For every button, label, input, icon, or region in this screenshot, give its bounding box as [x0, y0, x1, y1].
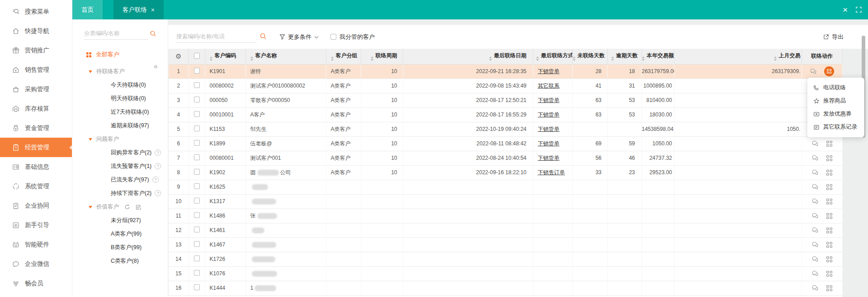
column-header-overdue-days[interactable]: 逾期天数: [607, 49, 642, 64]
table-row[interactable]: 13 K1467: [169, 237, 842, 252]
my-customers-toggle[interactable]: 我分管的客户: [330, 33, 375, 41]
sidebar-item[interactable]: 资金管理: [0, 118, 72, 138]
more-actions-icon[interactable]: [826, 169, 833, 176]
table-row[interactable]: 2 00080002 测试客户00100080002 A类客户 10 2022-…: [169, 79, 842, 93]
tree-leaf-item[interactable]: 已流失客户(97): [111, 176, 149, 184]
sort-icon[interactable]: [573, 56, 576, 61]
row-checkbox[interactable]: [194, 154, 200, 160]
row-checkbox[interactable]: [194, 97, 200, 102]
sort-icon[interactable]: [489, 56, 492, 61]
last-contact-method-link[interactable]: 下销货单: [538, 155, 560, 161]
row-checkbox[interactable]: [194, 198, 200, 204]
tab-close-icon[interactable]: ×: [151, 7, 155, 13]
search-icon[interactable]: [259, 32, 267, 40]
table-row[interactable]: 3 000050 零散客户000050 A类客户 10 2022-08-17 1…: [169, 93, 842, 107]
row-checkbox[interactable]: [194, 255, 200, 261]
sort-icon[interactable]: [642, 56, 645, 61]
tree-section-label[interactable]: 价值客户: [96, 203, 119, 211]
tree-leaf-item[interactable]: 近7天待联络(0): [111, 108, 149, 116]
row-checkbox[interactable]: [194, 183, 200, 189]
table-row[interactable]: 11 K1486 张: [169, 209, 842, 223]
sort-icon[interactable]: [250, 56, 253, 61]
last-contact-method-link[interactable]: 下销货单: [538, 111, 560, 118]
sidebar-item[interactable]: 新 新手引导: [0, 215, 72, 235]
contact-record-icon[interactable]: [811, 154, 819, 162]
contact-action-menu-item[interactable]: 发放优惠券: [807, 107, 864, 121]
contact-record-icon[interactable]: [811, 284, 819, 292]
sidebar-item[interactable]: 库存核算: [0, 99, 72, 118]
last-contact-method-link[interactable]: 其它联系: [538, 83, 560, 89]
refresh-icon[interactable]: [124, 204, 130, 210]
contact-record-icon[interactable]: [811, 198, 819, 205]
more-actions-icon[interactable]: [826, 184, 833, 190]
tree-leaf-item[interactable]: 流失预警客户(1): [111, 162, 151, 170]
column-header-last-date[interactable]: 最后联络日期: [403, 49, 533, 64]
row-checkbox[interactable]: [194, 169, 200, 175]
customer-search-input[interactable]: [176, 31, 257, 43]
sort-icon[interactable]: [371, 56, 373, 61]
contact-action-menu-item[interactable]: 电话联络: [807, 81, 864, 94]
tree-leaf-item[interactable]: 未分组(927): [111, 217, 141, 224]
tree-section-label[interactable]: 待联络客户: [96, 68, 125, 75]
more-actions-icon[interactable]: [826, 140, 833, 147]
table-row[interactable]: 9 K1625: [169, 180, 842, 194]
row-checkbox[interactable]: [194, 140, 200, 146]
search-icon[interactable]: [150, 30, 156, 37]
column-settings-gear-icon[interactable]: ⚙: [175, 52, 181, 60]
table-row[interactable]: 14 K1726: [169, 252, 842, 266]
table-row[interactable]: 8 K1902 圆公司 A类客户 10 2022-09-16 18:22:10 …: [169, 165, 842, 180]
row-checkbox[interactable]: [194, 125, 200, 131]
category-search-input[interactable]: [84, 28, 148, 40]
contact-record-icon[interactable]: [811, 212, 819, 219]
row-checkbox[interactable]: [194, 227, 200, 232]
table-row[interactable]: 6 K1899 伍老板@ A类客户 10 2022-08-11 08:48:42…: [169, 136, 842, 151]
sidebar-item[interactable]: 智能硬件: [0, 235, 72, 254]
column-header-name[interactable]: 客户名称: [245, 49, 326, 64]
contact-record-icon[interactable]: [810, 68, 817, 75]
tree-leaf-item[interactable]: 明天待联络(0): [111, 95, 146, 102]
sidebar-item[interactable]: 销售管理: [0, 60, 72, 79]
close-icon[interactable]: ×: [843, 5, 848, 14]
page-tab[interactable]: 首页: [72, 0, 103, 19]
more-actions-icon[interactable]: [824, 66, 834, 76]
sort-icon[interactable]: [210, 56, 212, 61]
column-header-lastmonth-amount[interactable]: 上月交易: [674, 49, 802, 64]
last-contact-method-link[interactable]: 下销货单: [538, 126, 560, 132]
table-row[interactable]: 4 00010001 A客户 A类客户 10 2022-08-17 16:55:…: [169, 107, 842, 122]
sort-icon[interactable]: [331, 56, 334, 61]
more-actions-icon[interactable]: [826, 285, 833, 292]
row-checkbox[interactable]: [194, 270, 200, 276]
sidebar-item[interactable]: 搜索菜单: [0, 2, 72, 21]
tree-leaf-item[interactable]: 回购异常客户(2): [111, 149, 151, 157]
sidebar-item[interactable]: 畅会员: [0, 274, 72, 293]
tree-leaf-item[interactable]: 逾期未联络(97): [111, 122, 149, 130]
column-header-cycle[interactable]: 联络周期: [361, 49, 403, 64]
tree-leaf-item[interactable]: C类客户(8): [111, 257, 139, 265]
row-checkbox[interactable]: [194, 212, 200, 218]
select-all-checkbox[interactable]: [194, 53, 200, 59]
table-row[interactable]: 7 00080001 测试客户001 A类客户 10 2022-08-24 10…: [169, 151, 842, 165]
more-actions-icon[interactable]: [826, 256, 833, 263]
info-icon[interactable]: ?: [152, 176, 159, 183]
more-actions-icon[interactable]: [826, 155, 833, 162]
table-row[interactable]: 1 K1901 谢特 A类客户 10 2022-09-21 16:28:35 下…: [169, 64, 842, 79]
tree-leaf-item[interactable]: 今天待联络(0): [111, 81, 146, 89]
sidebar-item[interactable]: 基础信息: [0, 157, 72, 176]
all-customers-item[interactable]: 全部客户: [86, 51, 168, 59]
my-customers-checkbox[interactable]: [330, 34, 336, 40]
table-row[interactable]: 5 K1153 邹先生 A类客户 10 2022-10-19 09:40:24 …: [169, 122, 842, 136]
contact-record-icon[interactable]: [811, 183, 819, 190]
export-button[interactable]: 导出: [823, 33, 844, 41]
sidebar-item[interactable]: 经营管理: [0, 138, 72, 157]
info-icon[interactable]: ?: [155, 190, 161, 196]
info-icon[interactable]: ?: [155, 163, 161, 169]
contact-record-icon[interactable]: [811, 255, 819, 263]
more-filters-button[interactable]: 更多条件: [279, 33, 319, 41]
sidebar-item[interactable]: 企业协同: [0, 196, 72, 215]
sidebar-item[interactable]: 快捷导航: [0, 21, 72, 41]
column-header-year-amount[interactable]: 本年交易额: [642, 49, 674, 64]
more-actions-icon[interactable]: [826, 241, 833, 248]
more-actions-icon[interactable]: [826, 213, 833, 219]
contact-record-icon[interactable]: [811, 169, 819, 176]
row-checkbox[interactable]: [194, 284, 200, 290]
